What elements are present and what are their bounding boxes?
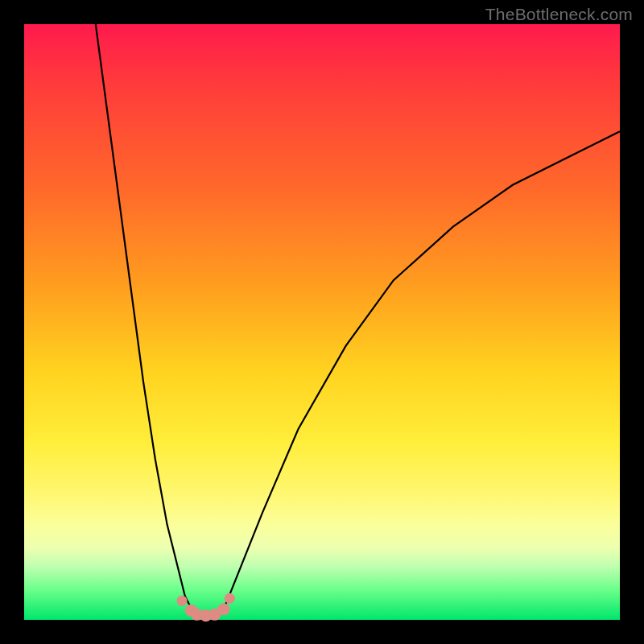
right-branch-curve <box>221 131 620 613</box>
data-point <box>177 596 188 606</box>
bottom-dot-cluster <box>177 593 235 621</box>
data-point <box>225 593 235 604</box>
plot-area <box>24 24 620 620</box>
watermark-text: TheBottleneck.com <box>485 5 633 24</box>
data-point <box>217 603 229 615</box>
curve-layer <box>24 24 620 620</box>
left-branch-curve <box>96 24 197 614</box>
chart-frame: TheBottleneck.com <box>0 0 644 644</box>
